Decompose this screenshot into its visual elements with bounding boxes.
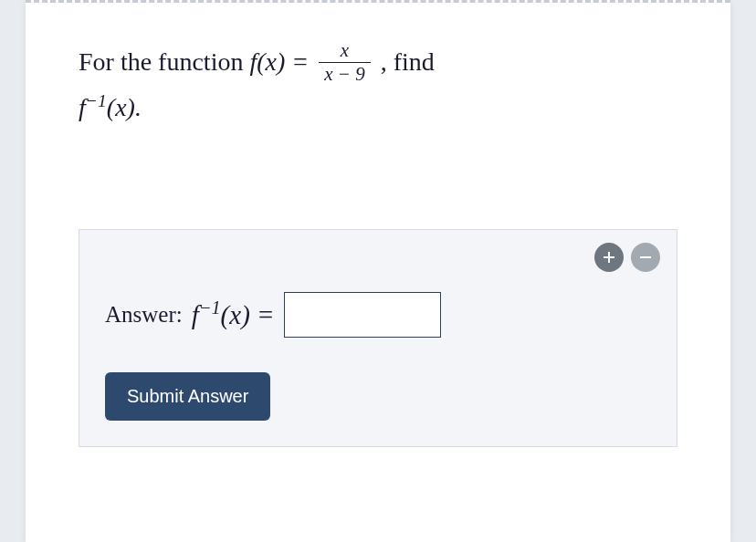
answer-math: f−1(x) =: [192, 300, 275, 330]
question-card: For the function f(x) = x x − 9 , find f…: [26, 0, 730, 542]
zoom-out-button[interactable]: [631, 243, 660, 272]
fraction-denominator: x − 9: [319, 63, 371, 85]
answer-label: Answer:: [105, 302, 183, 328]
svg-rect-1: [604, 256, 614, 258]
inverse-fn-f: f: [79, 93, 86, 121]
submit-button[interactable]: Submit Answer: [105, 372, 270, 421]
inverse-fn-arg: (x).: [107, 93, 142, 121]
function-def-left: f(x) =: [249, 47, 315, 76]
answer-arg: (x) =: [221, 300, 275, 329]
question-suffix: , find: [381, 47, 435, 76]
zoom-controls: [594, 243, 660, 272]
plus-icon: [602, 250, 616, 265]
answer-line: Answer: f−1(x) =: [105, 292, 651, 338]
answer-exp: −1: [199, 297, 221, 318]
question-text: For the function f(x) = x x − 9 , find f…: [79, 41, 677, 129]
answer-panel: Answer: f−1(x) = Submit Answer: [79, 229, 677, 447]
answer-fn: f: [192, 300, 199, 329]
question-prefix: For the function: [79, 47, 249, 76]
fraction-numerator: x: [319, 40, 371, 63]
zoom-in-button[interactable]: [594, 243, 624, 272]
fraction: x x − 9: [319, 40, 371, 85]
svg-rect-2: [640, 256, 651, 258]
minus-icon: [638, 250, 653, 265]
inverse-fn-exp: −1: [86, 91, 107, 110]
answer-input[interactable]: [284, 292, 441, 338]
